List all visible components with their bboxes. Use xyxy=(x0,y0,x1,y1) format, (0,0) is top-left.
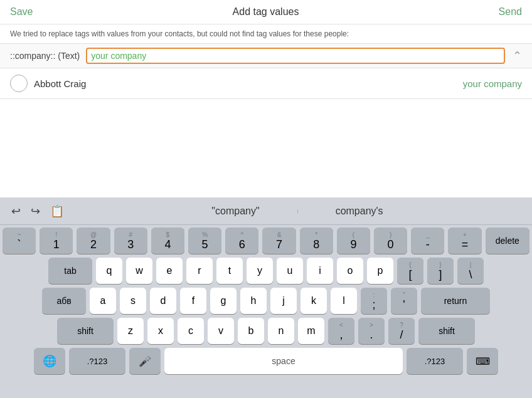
contact-row: Abbott Craig your company xyxy=(0,68,532,99)
app-area: Save Add tag values Send We tried to rep… xyxy=(0,0,532,197)
num-toggle-left[interactable]: .?123 xyxy=(69,348,125,374)
key-b[interactable]: b xyxy=(238,318,264,344)
num-toggle-right[interactable]: .?123 xyxy=(407,348,463,374)
tag-input[interactable] xyxy=(91,51,500,61)
keyboard-rows: ~` !1 @2 #3 $4 %5 ^6 &7 *8 (9 )0 _- += d… xyxy=(0,225,532,374)
num-row: ~` !1 @2 #3 $4 %5 ^6 &7 *8 (9 )0 _- += d… xyxy=(3,228,529,254)
key-slash[interactable]: ?/ xyxy=(388,318,415,344)
key-f[interactable]: f xyxy=(180,288,206,314)
key-quote[interactable]: "' xyxy=(391,288,417,314)
key-h[interactable]: h xyxy=(240,288,267,314)
key-l[interactable]: l xyxy=(331,288,357,314)
delete-key[interactable]: delete xyxy=(486,228,529,254)
shift-right-key[interactable]: shift xyxy=(418,318,475,344)
keyboard-key[interactable]: ⌨ xyxy=(467,348,498,374)
key-i[interactable]: i xyxy=(307,258,333,284)
key-comma[interactable]: <, xyxy=(328,318,354,344)
tag-label: ::company:: (Text) xyxy=(10,51,80,61)
shift-left-key[interactable]: shift xyxy=(57,318,114,344)
key-d[interactable]: d xyxy=(150,288,176,314)
key-backslash[interactable]: |\ xyxy=(457,258,484,284)
space-key[interactable]: space xyxy=(164,348,403,374)
key-9[interactable]: (9 xyxy=(337,228,370,254)
zxcv-row: shift z x c v b n m <, >. ?/ shift xyxy=(3,318,529,344)
avatar xyxy=(10,75,28,92)
suggestion-1[interactable]: "company" xyxy=(205,204,265,218)
suggestion-2[interactable]: company's xyxy=(329,204,390,218)
key-c[interactable]: c xyxy=(178,318,204,344)
key-s[interactable]: s xyxy=(120,288,146,314)
mic-key[interactable]: 🎤 xyxy=(129,348,161,374)
undo-button[interactable]: ↩ xyxy=(6,202,26,221)
key-0[interactable]: )0 xyxy=(374,228,407,254)
key-8[interactable]: *8 xyxy=(300,228,333,254)
key-1[interactable]: !1 xyxy=(40,228,73,254)
key-equals[interactable]: += xyxy=(448,228,481,254)
header: Save Add tag values Send xyxy=(0,0,532,24)
key-g[interactable]: g xyxy=(210,288,237,314)
key-close-bracket[interactable]: }] xyxy=(427,258,454,284)
key-6[interactable]: ^6 xyxy=(225,228,258,254)
key-5[interactable]: %5 xyxy=(188,228,221,254)
key-y[interactable]: y xyxy=(247,258,273,284)
key-e[interactable]: e xyxy=(156,258,183,284)
clipboard-button[interactable]: 📋 xyxy=(45,202,69,221)
autocomplete-suggestions: "company" company's xyxy=(69,204,526,218)
key-grave[interactable]: ~` xyxy=(3,228,36,254)
key-2[interactable]: @2 xyxy=(77,228,110,254)
key-4[interactable]: $4 xyxy=(151,228,184,254)
warning-text: We tried to replace tags with values fro… xyxy=(10,29,349,38)
key-open-bracket[interactable]: {[ xyxy=(397,258,423,284)
globe-key[interactable]: 🌐 xyxy=(34,348,65,374)
bottom-row: 🌐 .?123 🎤 space .?123 ⌨ xyxy=(3,348,529,374)
key-r[interactable]: r xyxy=(186,258,213,284)
keyboard-area: ↩ ↪ 📋 "company" company's ~` !1 @2 #3 $4… xyxy=(0,197,532,398)
key-minus[interactable]: _- xyxy=(411,228,444,254)
key-t[interactable]: t xyxy=(216,258,243,284)
asdf-row: абв a s d f g h j k l :; "' return xyxy=(3,288,529,314)
key-q[interactable]: q xyxy=(96,258,122,284)
send-button[interactable]: Send xyxy=(499,6,522,18)
autocomplete-bar: ↩ ↪ 📋 "company" company's xyxy=(0,197,532,225)
save-button[interactable]: Save xyxy=(10,6,33,18)
key-k[interactable]: k xyxy=(301,288,327,314)
page-title: Add tag values xyxy=(233,6,299,18)
key-o[interactable]: o xyxy=(337,258,363,284)
key-7[interactable]: &7 xyxy=(262,228,295,254)
key-a[interactable]: a xyxy=(90,288,116,314)
contact-name: Abbott Craig xyxy=(34,78,463,89)
key-v[interactable]: v xyxy=(208,318,234,344)
chevron-up-icon[interactable]: ⌃ xyxy=(513,49,522,63)
key-x[interactable]: x xyxy=(147,318,174,344)
warning-bar: We tried to replace tags with values fro… xyxy=(0,24,532,44)
key-semicolon[interactable]: :; xyxy=(361,288,387,314)
key-n[interactable]: n xyxy=(268,318,294,344)
return-key[interactable]: return xyxy=(421,288,490,314)
suggestion-divider xyxy=(297,209,298,213)
key-m[interactable]: m xyxy=(298,318,324,344)
key-w[interactable]: w xyxy=(126,258,152,284)
key-u[interactable]: u xyxy=(277,258,303,284)
lang-key[interactable]: абв xyxy=(42,288,86,314)
key-period[interactable]: >. xyxy=(358,318,385,344)
key-j[interactable]: j xyxy=(270,288,297,314)
redo-button[interactable]: ↪ xyxy=(26,202,45,221)
contact-tag-value: your company xyxy=(463,78,522,89)
tag-input-wrapper xyxy=(86,48,505,64)
key-z[interactable]: z xyxy=(117,318,144,344)
key-3[interactable]: #3 xyxy=(114,228,147,254)
tag-row: ::company:: (Text) ⌃ xyxy=(0,44,532,68)
qwerty-row: tab q w e r t y u i o p {[ }] |\ xyxy=(3,258,529,284)
tab-key[interactable]: tab xyxy=(48,258,92,284)
key-p[interactable]: p xyxy=(367,258,393,284)
